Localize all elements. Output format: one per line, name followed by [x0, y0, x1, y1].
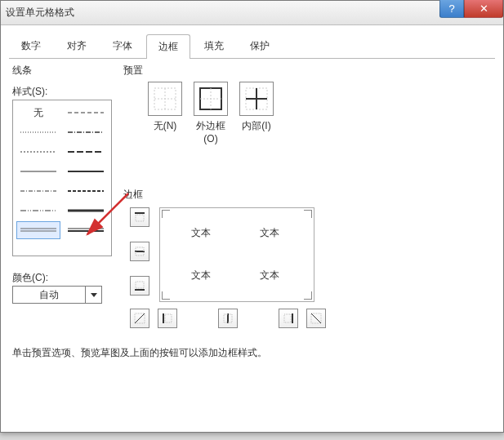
svg-rect-33: [165, 314, 172, 322]
style-option[interactable]: [16, 182, 60, 200]
preset-buttons: 无(N) 外边框(O) 内部(I): [148, 82, 274, 144]
preview-corner-icon: [162, 210, 170, 218]
border-section-label: 边框: [123, 188, 143, 202]
style-option[interactable]: [64, 162, 108, 180]
style-option[interactable]: [64, 221, 108, 239]
help-button[interactable]: ?: [439, 0, 464, 18]
border-middle-h-button[interactable]: [130, 242, 149, 261]
border-middle-v-button[interactable]: [218, 309, 238, 328]
preview-cell-text: 文本: [260, 226, 279, 240]
preset-none-icon: [148, 82, 182, 116]
style-option[interactable]: [64, 182, 108, 200]
preset-outline-label: 外边框(O): [196, 120, 225, 144]
style-option[interactable]: [16, 162, 60, 180]
close-button[interactable]: ✕: [464, 0, 503, 18]
svg-rect-29: [136, 282, 144, 288]
style-option[interactable]: [64, 202, 108, 220]
preset-none[interactable]: 无(N): [148, 82, 182, 144]
preset-none-label: 无(N): [154, 120, 177, 131]
content-area: 线条 样式(S): 无 颜色(C): 自动 预置: [1, 59, 503, 410]
border-preview[interactable]: 文本 文本 文本 文本: [159, 207, 314, 302]
border-side-buttons-left: [130, 207, 149, 296]
titlebar: 设置单元格格式 ? ✕: [1, 1, 503, 25]
preset-outline-icon: [194, 82, 228, 116]
border-diag-up-button[interactable]: [130, 309, 149, 328]
style-option[interactable]: [16, 143, 60, 161]
border-top-button[interactable]: [130, 207, 149, 227]
style-option[interactable]: [64, 123, 108, 141]
tab-border[interactable]: 边框: [146, 34, 190, 59]
preset-inside-icon: [239, 82, 274, 116]
preview-cell-text: 文本: [191, 226, 211, 240]
tabstrip: 数字 对齐 字体 边框 填充 保护: [9, 33, 495, 59]
svg-rect-37: [284, 314, 291, 322]
preview-cell-text: 文本: [260, 269, 279, 282]
window-buttons: ? ✕: [439, 0, 503, 18]
dialog-window: 设置单元格格式 ? ✕ 数字 对齐 字体 边框 填充 保护 线条 样式(S): …: [0, 0, 504, 433]
window-title: 设置单元格格式: [6, 6, 74, 20]
tab-fill[interactable]: 填充: [192, 33, 236, 58]
border-left-button[interactable]: [158, 309, 177, 328]
tab-protect[interactable]: 保护: [238, 33, 282, 58]
color-value: 自动: [13, 287, 85, 303]
line-styles-list[interactable]: 无: [12, 100, 112, 256]
style-none[interactable]: 无: [16, 104, 60, 122]
preset-inside-label: 内部(I): [242, 120, 270, 131]
preview-cell-text: 文本: [191, 269, 211, 282]
preset-outline[interactable]: 外边框(O): [194, 82, 228, 144]
presets-section-label: 预置: [123, 64, 143, 78]
lines-section-label: 线条: [12, 64, 32, 78]
svg-line-31: [135, 313, 145, 323]
tab-align[interactable]: 对齐: [55, 33, 99, 58]
border-bottom-button[interactable]: [130, 276, 149, 296]
preview-corner-icon: [304, 291, 312, 300]
style-option[interactable]: [64, 104, 108, 122]
hint-text: 单击预置选项、预览草图及上面的按钮可以添加边框样式。: [12, 346, 267, 360]
style-option[interactable]: [16, 123, 60, 141]
color-dropdown[interactable]: 自动: [12, 286, 102, 304]
tab-font[interactable]: 字体: [100, 33, 145, 58]
preview-corner-icon: [304, 210, 312, 218]
style-option-selected[interactable]: [16, 221, 60, 239]
border-diag-down-button[interactable]: [306, 309, 326, 328]
style-option[interactable]: [64, 143, 108, 161]
styles-label: 样式(S):: [12, 85, 47, 99]
preview-corner-icon: [162, 291, 170, 300]
tab-number[interactable]: 数字: [9, 33, 53, 58]
chevron-down-icon: [85, 287, 101, 303]
svg-line-39: [311, 313, 321, 323]
svg-rect-25: [136, 215, 144, 221]
preset-inside[interactable]: 内部(I): [239, 82, 274, 144]
border-bottom-buttons: [130, 309, 326, 328]
style-option[interactable]: [16, 202, 60, 220]
color-label: 颜色(C):: [12, 271, 48, 285]
border-right-button[interactable]: [279, 309, 298, 328]
